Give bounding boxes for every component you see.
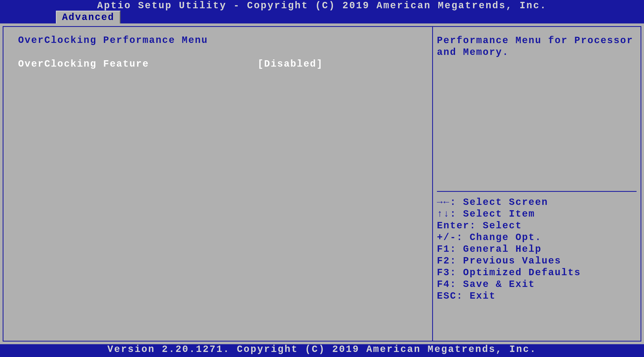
key-hint-optimized-defaults: F3: Optimized Defaults	[437, 267, 637, 279]
key-hint-save-exit: F4: Save & Exit	[437, 279, 637, 290]
key-hint-exit: ESC: Exit	[437, 290, 637, 302]
setting-label: OverClocking Feature	[18, 59, 258, 70]
title-bar: Aptio Setup Utility - Copyright (C) 2019…	[0, 0, 644, 12]
key-hint-select-item: ↑↓: Select Item	[437, 208, 637, 220]
tab-label: Advanced	[62, 12, 114, 23]
setting-value: [Disabled]	[258, 59, 323, 70]
key-hint-select-screen: →←: Select Screen	[437, 197, 637, 208]
footer-bar: Version 2.20.1271. Copyright (C) 2019 Am…	[0, 344, 644, 357]
key-hint-previous-values: F2: Previous Values	[437, 255, 637, 267]
page-title: OverClocking Performance Menu	[18, 35, 418, 46]
settings-panel: OverClocking Performance Menu OverClocki…	[3, 26, 432, 342]
setting-row-overclocking-feature[interactable]: OverClocking Feature [Disabled]	[18, 59, 418, 70]
key-hint-change-opt: +/-: Change Opt.	[437, 232, 637, 244]
tab-bar: Advanced	[0, 12, 644, 23]
help-text: Performance Menu for Processor and Memor…	[437, 35, 637, 58]
main-area: OverClocking Performance Menu OverClocki…	[0, 23, 644, 344]
tab-advanced[interactable]: Advanced	[56, 11, 121, 23]
app-title: Aptio Setup Utility - Copyright (C) 2019…	[97, 0, 547, 11]
key-hints: →←: Select Screen ↑↓: Select Item Enter:…	[437, 197, 637, 302]
bios-window: Aptio Setup Utility - Copyright (C) 2019…	[0, 0, 644, 357]
key-hint-general-help: F1: General Help	[437, 244, 637, 255]
help-panel: Performance Menu for Processor and Memor…	[432, 26, 641, 342]
help-spacer	[437, 58, 637, 186]
key-hint-enter: Enter: Select	[437, 220, 637, 232]
version-text: Version 2.20.1271. Copyright (C) 2019 Am…	[107, 344, 536, 355]
panel-divider	[437, 191, 637, 192]
